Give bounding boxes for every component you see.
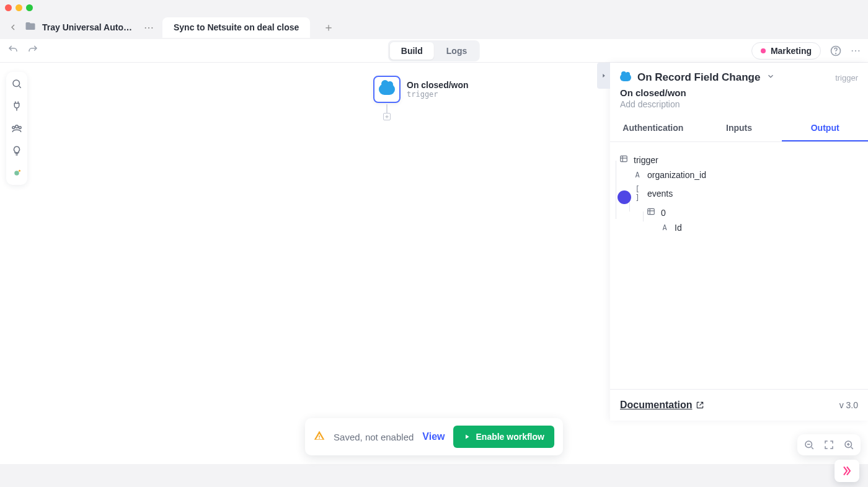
project-name[interactable]: Tray Universal Automatic xyxy=(42,22,135,32)
trigger-node-title: On closed/won xyxy=(407,80,469,90)
version-label: v 3.0 xyxy=(839,400,858,410)
tree-line xyxy=(616,161,616,219)
svg-rect-8 xyxy=(621,156,627,161)
connector-tool[interactable] xyxy=(10,99,24,113)
tree-node-events[interactable]: [ ] events xyxy=(619,182,859,205)
tree-label: events xyxy=(647,189,673,199)
tree-label: Id xyxy=(675,223,682,233)
panel-description-placeholder[interactable]: Add description xyxy=(620,99,858,109)
salesforce-icon xyxy=(620,74,631,81)
svg-point-4 xyxy=(12,127,15,129)
status-bar: Saved, not enabled View Enable workflow xyxy=(305,418,563,455)
svg-point-6 xyxy=(14,171,19,176)
chevron-down-icon[interactable] xyxy=(766,72,775,83)
enable-workflow-label: Enable workflow xyxy=(476,432,544,442)
tree-line xyxy=(643,212,644,221)
left-toolbar xyxy=(6,72,27,185)
workflow-tab-active[interactable]: Sync to Netsuite on deal close xyxy=(162,17,310,38)
hint-tool[interactable] xyxy=(10,144,24,158)
tree-label: organization_id xyxy=(647,170,706,180)
zoom-fit-button[interactable] xyxy=(823,439,835,450)
seg-logs[interactable]: Logs xyxy=(435,42,478,60)
folder-icon xyxy=(25,20,36,34)
toolbar: Build Logs Marketing ⋯ xyxy=(0,39,868,63)
more-menu-button[interactable]: ⋯ xyxy=(851,45,861,56)
seg-build[interactable]: Build xyxy=(390,42,434,60)
search-tool[interactable] xyxy=(10,77,24,91)
svg-rect-9 xyxy=(648,208,655,214)
brand-fab-button[interactable] xyxy=(835,460,859,482)
warning-icon xyxy=(314,430,325,444)
view-link[interactable]: View xyxy=(422,431,445,442)
svg-point-2 xyxy=(13,80,20,87)
tree-node-id[interactable]: A Id xyxy=(619,220,859,235)
add-step-button[interactable]: ＋ xyxy=(383,113,391,120)
string-icon: A xyxy=(632,171,642,179)
back-button[interactable] xyxy=(6,20,20,34)
tree-node-events-0[interactable]: 0 xyxy=(619,205,859,220)
play-icon xyxy=(463,433,471,440)
trigger-node-subtitle: trigger xyxy=(407,90,469,99)
view-segmented-control: Build Logs xyxy=(388,40,480,61)
environment-label: Marketing xyxy=(771,46,812,56)
environment-dot-icon xyxy=(761,48,766,53)
panel-node-name[interactable]: On closed/won xyxy=(620,87,858,98)
add-tab-button[interactable]: ＋ xyxy=(320,19,337,36)
output-tree: trigger A organization_id [ ] events 0 A… xyxy=(610,142,868,389)
zoom-out-button[interactable] xyxy=(804,439,815,450)
team-tool[interactable] xyxy=(10,122,24,135)
tree-node-organization-id[interactable]: A organization_id xyxy=(619,168,859,182)
minimize-window-icon[interactable] xyxy=(16,4,22,11)
close-window-icon[interactable] xyxy=(5,4,12,11)
cursor-indicator xyxy=(618,190,631,204)
panel-type-label: trigger xyxy=(835,73,858,83)
project-menu-button[interactable]: ⋯ xyxy=(140,22,157,34)
window-titlebar xyxy=(0,0,868,16)
tab-output[interactable]: Output xyxy=(782,115,868,141)
salesforce-icon xyxy=(379,84,395,95)
redo-button[interactable] xyxy=(27,44,38,58)
trigger-node-icon xyxy=(373,76,401,103)
zoom-controls xyxy=(797,434,861,455)
maximize-window-icon[interactable] xyxy=(26,4,33,11)
environment-badge[interactable]: Marketing xyxy=(751,42,821,60)
tree-label: 0 xyxy=(661,208,666,218)
external-link-icon xyxy=(696,401,704,409)
svg-point-7 xyxy=(19,170,20,172)
undo-button[interactable] xyxy=(7,44,19,58)
bottom-strip xyxy=(0,464,868,487)
svg-point-5 xyxy=(19,127,21,129)
array-icon: [ ] xyxy=(632,185,642,202)
documentation-link[interactable]: Documentation xyxy=(620,400,704,411)
help-button[interactable] xyxy=(830,45,842,57)
properties-panel: On Record Field Change trigger On closed… xyxy=(610,63,868,421)
documentation-label: Documentation xyxy=(620,400,692,411)
object-icon xyxy=(619,154,629,165)
enable-workflow-button[interactable]: Enable workflow xyxy=(453,426,554,448)
status-text: Saved, not enabled xyxy=(334,432,414,442)
zoom-in-button[interactable] xyxy=(843,439,854,450)
tab-authentication[interactable]: Authentication xyxy=(610,115,696,141)
string-icon: A xyxy=(660,223,670,232)
svg-point-1 xyxy=(836,53,836,53)
ai-tool[interactable] xyxy=(10,166,24,180)
panel-operation-title[interactable]: On Record Field Change xyxy=(637,71,760,84)
workflow-tab-label: Sync to Netsuite on deal close xyxy=(174,22,299,32)
tabs-row: Tray Universal Automatic ⋯ Sync to Netsu… xyxy=(0,16,868,39)
svg-point-3 xyxy=(16,125,19,128)
object-icon xyxy=(646,207,656,218)
trigger-node[interactable]: On closed/won trigger xyxy=(373,76,469,103)
tree-node-trigger[interactable]: trigger xyxy=(619,152,859,168)
tab-inputs[interactable]: Inputs xyxy=(696,115,782,141)
tree-label: trigger xyxy=(634,155,658,165)
panel-collapse-button[interactable] xyxy=(597,63,610,89)
